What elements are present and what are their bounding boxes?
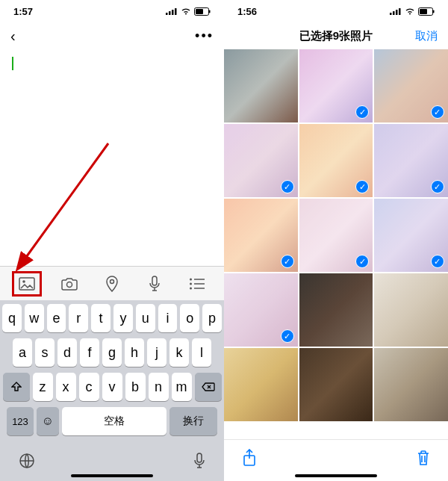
toolbar-list-button[interactable] [182, 271, 212, 297]
photo-thumb[interactable] [299, 348, 373, 421]
toolbar-location-button[interactable] [97, 271, 127, 297]
space-key[interactable]: 空格 [62, 407, 167, 435]
photo-thumb[interactable]: ✓ [224, 124, 298, 197]
list-icon [189, 278, 205, 290]
key-d[interactable]: d [57, 338, 77, 367]
key-n[interactable]: n [149, 373, 169, 401]
svg-point-14 [190, 278, 192, 280]
battery-icon [194, 7, 211, 16]
svg-rect-5 [196, 9, 203, 14]
cancel-button[interactable]: 取消 [415, 29, 438, 43]
status-indicators [166, 7, 211, 16]
delete-key[interactable] [195, 373, 222, 401]
key-t[interactable]: t [91, 304, 111, 332]
key-f[interactable]: f [80, 338, 99, 367]
compose-textarea[interactable] [0, 49, 224, 266]
svg-rect-13 [152, 276, 157, 285]
key-l[interactable]: l [192, 338, 211, 367]
photo-thumb[interactable] [374, 348, 448, 421]
photo-thumb[interactable]: ✓ [224, 273, 298, 347]
toolbar-image-button[interactable] [12, 271, 42, 297]
photo-thumb[interactable]: ✓ [374, 199, 448, 272]
camera-icon [61, 277, 78, 291]
delete-button[interactable] [417, 450, 430, 466]
signal-icon [166, 7, 178, 15]
svg-rect-27 [420, 9, 427, 14]
svg-rect-21 [197, 453, 202, 462]
selected-check-icon: ✓ [355, 105, 369, 119]
svg-point-16 [190, 282, 192, 285]
phone-left-compose: 1:57 ‹ ••• [0, 0, 224, 481]
key-i[interactable]: i [158, 304, 178, 332]
status-time: 1:57 [13, 6, 33, 17]
home-indicator[interactable] [295, 474, 377, 477]
keyboard-row-4: 123 ☺ 空格 换行 [2, 407, 222, 435]
key-r[interactable]: r [69, 304, 88, 332]
photo-thumb[interactable] [224, 49, 298, 122]
text-cursor [12, 57, 13, 70]
keyboard-row-3: zxcvbnm [2, 373, 222, 401]
svg-rect-2 [172, 10, 174, 15]
nav-bar: ‹ ••• [0, 22, 224, 49]
dictation-icon[interactable] [193, 452, 206, 470]
photo-thumb[interactable]: ✓ [224, 199, 298, 272]
photo-thumb[interactable]: ✓ [299, 124, 373, 197]
status-bar: 1:56 [224, 0, 448, 22]
svg-rect-25 [399, 8, 401, 15]
key-b[interactable]: b [125, 373, 146, 401]
photo-thumb[interactable] [374, 273, 448, 347]
globe-icon[interactable] [18, 452, 36, 470]
key-a[interactable]: a [13, 338, 32, 367]
key-o[interactable]: o [180, 304, 199, 332]
key-p[interactable]: p [202, 304, 222, 332]
svg-rect-22 [390, 13, 392, 15]
emoji-key[interactable]: ☺ [37, 407, 59, 435]
key-s[interactable]: s [35, 338, 55, 367]
shift-key[interactable] [3, 373, 30, 401]
key-g[interactable]: g [102, 338, 122, 367]
toolbar-camera-button[interactable] [55, 271, 84, 297]
svg-rect-28 [433, 10, 435, 13]
key-j[interactable]: j [147, 338, 167, 367]
svg-rect-0 [166, 13, 168, 15]
return-key[interactable]: 换行 [169, 407, 217, 435]
phone-right-picker: 1:56 已选择9张照片 取消 ✓✓✓✓✓✓✓✓✓ [224, 0, 448, 481]
photo-thumb[interactable]: ✓ [374, 124, 448, 197]
selected-check-icon: ✓ [431, 180, 444, 193]
wifi-icon [181, 7, 191, 15]
photo-thumb[interactable] [224, 348, 298, 421]
svg-rect-3 [175, 8, 177, 15]
selected-check-icon: ✓ [281, 255, 294, 268]
key-e[interactable]: e [47, 304, 66, 332]
key-q[interactable]: q [2, 304, 22, 332]
share-button[interactable] [242, 449, 257, 467]
key-w[interactable]: w [25, 304, 44, 332]
key-v[interactable]: v [102, 373, 122, 401]
home-indicator[interactable] [71, 474, 153, 477]
key-u[interactable]: u [136, 304, 155, 332]
key-z[interactable]: z [33, 373, 53, 401]
svg-point-11 [67, 282, 72, 287]
key-k[interactable]: k [169, 338, 189, 367]
photo-thumb[interactable]: ✓ [299, 49, 373, 122]
key-y[interactable]: y [113, 304, 133, 332]
back-button[interactable]: ‹ [10, 28, 16, 45]
key-h[interactable]: h [125, 338, 144, 367]
photo-thumb[interactable]: ✓ [374, 49, 448, 122]
more-button[interactable]: ••• [195, 28, 214, 44]
photo-thumb[interactable] [299, 273, 373, 347]
compose-toolbar [0, 266, 224, 300]
status-indicators [390, 7, 435, 16]
toolbar-voice-button[interactable] [140, 271, 169, 297]
numbers-key[interactable]: 123 [7, 407, 34, 435]
selected-check-icon: ✓ [281, 329, 294, 343]
photo-grid: ✓✓✓✓✓✓✓✓✓ [224, 49, 448, 439]
keyboard: qwertyuiop asdfghjkl zxcvbnm 123 ☺ 空格 换行 [0, 300, 224, 445]
key-c[interactable]: c [79, 373, 99, 401]
keyboard-row-1: qwertyuiop [2, 304, 222, 332]
key-x[interactable]: x [56, 373, 76, 401]
selected-check-icon: ✓ [355, 180, 369, 193]
image-icon [19, 277, 35, 291]
key-m[interactable]: m [172, 373, 192, 401]
photo-thumb[interactable]: ✓ [299, 199, 373, 272]
